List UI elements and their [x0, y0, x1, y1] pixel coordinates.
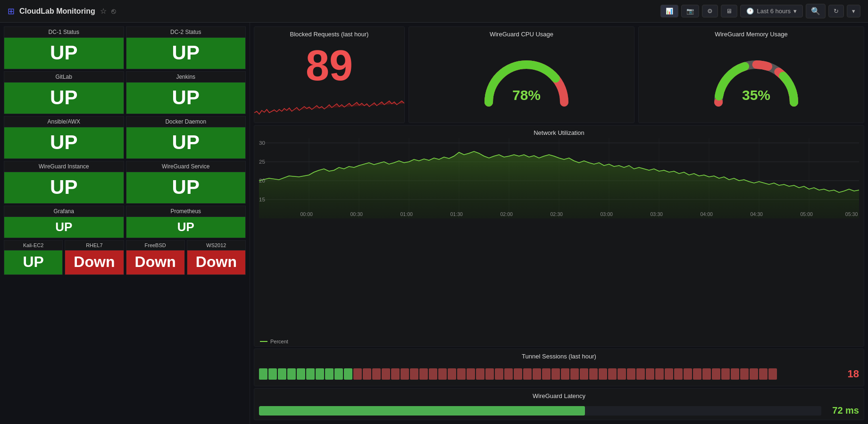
zoom-in-button[interactable]: 🔍 — [806, 4, 826, 18]
svg-text:05:00: 05:00 — [800, 212, 813, 217]
tunnel-bar-red — [438, 368, 447, 380]
tunnel-bar-red — [561, 368, 569, 380]
time-range-button[interactable]: 🕐 Last 6 hours ▾ — [740, 5, 803, 17]
tunnel-bar-red — [467, 368, 475, 380]
docker-value: UP — [126, 127, 246, 158]
svg-text:04:30: 04:30 — [750, 212, 763, 217]
svg-text:00:00: 00:00 — [300, 212, 313, 217]
rhel7-value: Down — [65, 250, 123, 274]
tunnel-bar-green — [344, 368, 352, 380]
dc2-label: DC-2 Status — [126, 27, 246, 38]
camera-icon: 📷 — [686, 8, 694, 15]
clock-icon: 🕐 — [746, 8, 754, 15]
wg-mem-gauge-svg: 35% — [709, 50, 803, 107]
wg-mem-title: WireGuard Memory Usage — [639, 27, 864, 40]
jenkins-label: Jenkins — [126, 72, 246, 83]
refresh-dropdown-button[interactable]: ▾ — [847, 5, 860, 17]
tunnel-bar-red — [608, 368, 617, 380]
tunnel-bar-red — [618, 368, 626, 380]
tunnel-bar-red — [750, 368, 758, 380]
tunnel-bars — [259, 367, 838, 381]
tunnel-bar-red — [485, 368, 494, 380]
tunnel-bar-red — [589, 368, 598, 380]
tunnel-bar-red — [401, 368, 409, 380]
status-grid-mid: Ansible/AWX UP Docker Daemon UP WireGuar… — [4, 116, 246, 204]
tunnel-bar-red — [570, 368, 579, 380]
status-card-wg-instance: WireGuard Instance UP — [4, 161, 124, 204]
tunnel-bar-red — [523, 368, 532, 380]
time-range-label: Last 6 hours — [757, 8, 791, 15]
star-icon[interactable]: ☆ — [100, 7, 107, 16]
wg-instance-value: UP — [4, 172, 124, 203]
left-panel: DC-1 Status UP DC-2 Status UP GitLab UP … — [0, 23, 250, 424]
wg-cpu-gauge-container: 78% — [409, 40, 634, 123]
svg-text:03:30: 03:30 — [650, 212, 663, 217]
blocked-requests-title: Blocked Requests (last hour) — [254, 27, 404, 40]
svg-text:01:30: 01:30 — [450, 212, 463, 217]
gear-icon: ⚙ — [707, 8, 713, 15]
tunnel-bar-red — [731, 368, 739, 380]
freebsd-value: Down — [126, 250, 184, 274]
prometheus-label: Prometheus — [126, 206, 246, 217]
network-panel: Network Utilization — [254, 125, 864, 347]
refresh-button[interactable]: ↻ — [828, 5, 844, 17]
rhel7-label: RHEL7 — [65, 241, 123, 250]
prometheus-value: UP — [126, 217, 246, 238]
tunnel-bar-red — [599, 368, 607, 380]
tunnel-bar-red — [382, 368, 390, 380]
gear-button[interactable]: ⚙ — [702, 5, 718, 17]
wg-cpu-gauge-svg: 78% — [479, 50, 574, 107]
tunnel-bar-red — [693, 368, 701, 380]
tunnel-bar-red — [768, 368, 777, 380]
tunnel-bar-red — [448, 368, 456, 380]
latency-inner: 72 ms — [254, 401, 864, 420]
chevron-down-icon-2: ▾ — [852, 8, 855, 15]
share-icon[interactable]: ⎋ — [111, 7, 116, 16]
wg-cpu-panel: WireGuard CPU Usage 78% — [409, 26, 634, 123]
status-card-dc1: DC-1 Status UP — [4, 26, 124, 69]
tunnel-bar-red — [429, 368, 437, 380]
tunnel-bar-red — [655, 368, 664, 380]
tunnel-bar-red — [410, 368, 418, 380]
status-grid-grafana: Grafana UP Prometheus UP — [4, 206, 246, 238]
latency-value: 72 ms — [826, 405, 859, 416]
tunnel-bar-green — [334, 368, 343, 380]
gitlab-value: UP — [4, 83, 124, 114]
tunnel-bar-red — [514, 368, 522, 380]
tunnel-bar-green — [316, 368, 324, 380]
tunnel-count: 18 — [842, 368, 859, 380]
tunnel-bar-red — [721, 368, 730, 380]
dc2-value: UP — [126, 38, 246, 69]
status-card-prometheus: Prometheus UP — [126, 206, 246, 238]
tunnel-bar-red — [580, 368, 588, 380]
tunnel-bar-red — [759, 368, 768, 380]
wg-service-value: UP — [126, 172, 246, 203]
blocked-sparkline — [254, 87, 404, 123]
svg-text:20: 20 — [259, 178, 265, 183]
status-card-dc2: DC-2 Status UP — [126, 26, 246, 69]
ansible-label: Ansible/AWX — [4, 116, 124, 127]
svg-text:30: 30 — [259, 140, 265, 146]
tunnel-bar-red — [551, 368, 560, 380]
svg-text:04:00: 04:00 — [700, 212, 713, 217]
svg-text:25: 25 — [259, 159, 265, 165]
status-card-wg-service: WireGuard Service UP — [126, 161, 246, 204]
monitor-button[interactable]: 🖥 — [721, 5, 737, 17]
camera-button[interactable]: 📷 — [681, 5, 699, 17]
refresh-icon: ↻ — [834, 8, 839, 15]
tunnel-bar-green — [287, 368, 296, 380]
app-title: CloudLab Monitoring — [19, 7, 95, 16]
tunnel-bar-red — [712, 368, 720, 380]
status-card-grafana: Grafana UP — [4, 206, 124, 238]
bar-chart-icon: 📊 — [666, 8, 673, 15]
latency-bar-fill — [259, 406, 585, 416]
bar-chart-button[interactable]: 📊 — [660, 5, 678, 17]
wg-mem-gauge-container: 35% — [639, 40, 864, 123]
wg-service-label: WireGuard Service — [126, 161, 246, 172]
latency-title: WireGuard Latency — [254, 389, 864, 401]
tunnel-panel: Tunnel Sessions (last hour) 18 — [254, 349, 864, 386]
wg-mem-gauge-wrap: 35% — [709, 50, 794, 107]
wg-instance-label: WireGuard Instance — [4, 161, 124, 172]
ansible-value: UP — [4, 127, 124, 158]
tunnel-bar-red — [684, 368, 692, 380]
